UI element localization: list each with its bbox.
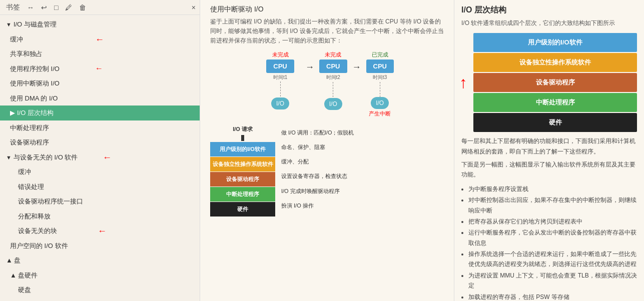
sidebar-item-buffer2[interactable]: 缓冲 [0, 164, 200, 180]
layer-user-right: 用户级别的I/O软件 [473, 33, 637, 52]
time-period-1: 未完成 CPU 时间t1 I/O [260, 51, 300, 110]
sidebar-item-allocation[interactable]: 分配和释放 [0, 209, 200, 224]
status-unfinished-2: 未完成 [325, 51, 341, 58]
toolbar-btn-2[interactable]: ↔ [25, 2, 36, 12]
toolbar-btn-3[interactable]: ↩ [39, 2, 49, 12]
sidebar-item-error-handling[interactable]: 错误处理 [0, 180, 200, 194]
main-content: 使用中断驱动 I/O 鉴于上面可编程 I/O 的缺陷，我们提出一种改善方案，我们… [200, 0, 454, 301]
time-label-3: 时间t3 [373, 74, 387, 81]
cpu-block-2: CPU [319, 60, 347, 73]
time-label-2: 时间t2 [326, 74, 340, 81]
red-arrow-3: ← [103, 151, 112, 164]
time-period-2: 未完成 CPU 时间t2 I/O [319, 51, 347, 110]
layer-interrupt-right: 中断处理程序 [473, 93, 637, 112]
sidebar-item-share-exclusive[interactable]: 共享和独占 [0, 46, 200, 62]
annotation-complete-driver: I/O 完成时唤醒驱动程序 [281, 187, 354, 196]
sidebar-item-device-block[interactable]: 设备无关的块 ← [0, 224, 200, 238]
up-arrow-icon: ↑ [459, 74, 467, 90]
right-panel: I/O 层次结构 I/O 软件通常组织成四个层次，它们的大致结构如下图所示 ↑ … [454, 0, 644, 301]
io-request-label: I/O 请求 [233, 126, 253, 133]
interrupt-section: I/O 产生中断 [369, 82, 391, 118]
sidebar-item-unified-interface[interactable]: 设备驱动程序统一接口 [0, 194, 200, 209]
bullet-list: 为中断服务程序设置栈 对中断控制器出出回应，如果不存在集中的中断控制器，则继续响… [461, 184, 637, 301]
sidebar-item-device-independent-section[interactable]: ▼与设备无关的 I/O 软件 ← [0, 150, 200, 165]
right-panel-desc: I/O 软件通常组织成四个层次，它们的大致结构如下图所示 [461, 18, 637, 28]
sidebar-item-interrupt-handler[interactable]: 中断处理程序 [0, 120, 200, 136]
layer-hardware-bottom: 硬件 [210, 202, 275, 216]
dashed-line-1 [280, 82, 281, 96]
sidebar: 书签 ↔ ↩ □ 🖉 🗑 × ▼I/O 与磁盘管理 缓冲 ← 共享和独占 使用程… [0, 0, 200, 301]
bullet-1: 为中断服务程序设置栈 [468, 184, 637, 194]
annotation-device-registers: 设置设备寄存器，检查状态 [281, 172, 354, 180]
annotation-actual-io: 扮演 I/O 操作 [281, 202, 354, 210]
bottom-diagram: I/O 请求 用户级别的I/O软件 设备独立性操作系统软件 设备驱动程序 中断处… [210, 126, 444, 217]
sidebar-item-buffer[interactable]: 缓冲 ← [0, 32, 200, 47]
down-arrow-line [241, 135, 244, 141]
layer-desc-2: 下面是另一幅图，这幅图显示了输入输出软件系统所有层及其主要功能。 [461, 160, 637, 180]
cpu-block-3: CPU [366, 60, 394, 73]
time-period-3: 已完成 CPU 时间t3 I/O 产生中断 [366, 51, 394, 118]
toolbar-btn-5[interactable]: 🖉 [63, 2, 74, 12]
layer-device-independent-right: 设备独立性操作系统软件 [473, 53, 637, 72]
sidebar-close-button[interactable]: × [192, 4, 196, 12]
sidebar-item-program-io[interactable]: 使用程序控制 I/O ← [0, 62, 200, 76]
layer-device-ind-bottom: 设备独立性操作系统软件 [210, 157, 275, 172]
bullet-5: 操作系统选择一个合适的进程来运行，如果中断造成了一些比先使优先级高的进程变为就绪… [468, 249, 637, 270]
status-finished: 已完成 [372, 51, 388, 58]
bullet-6: 为进程设置 MMU 上下文，可能也会查更 TLB，根据实际情况决定 [468, 270, 637, 291]
sidebar-item-io-hierarchy[interactable]: ▶I/O 层次结构 [0, 106, 200, 120]
toolbar-btn-6[interactable]: 🗑 [77, 2, 88, 12]
status-unfinished-1: 未完成 [272, 51, 289, 58]
section-desc: 鉴于上面可编程 I/O 的缺陷，我们提出一种改善方案，我们需要在 CPU 等待 … [210, 17, 444, 46]
time-label-1: 时间t1 [260, 74, 300, 80]
annotation-fake-io: 做 I/O 调用：匹配I/O；假脱机 [281, 128, 354, 137]
sidebar-item-interrupt-io[interactable]: 使用中断驱动 I/O [0, 76, 200, 91]
io-layer-stack: ↑ 用户级别的I/O软件 设备独立性操作系统软件 设备驱动程序 中断处理程序 硬… [473, 33, 637, 132]
bullet-4: 运行中断服务程序，它会从发出中断的设备控制器的寄存器中获取信息 [468, 228, 637, 248]
toolbar-btn-1[interactable]: 书签 [4, 2, 22, 13]
red-arrow-1: ← [95, 33, 104, 46]
io-block-3: I/O [371, 97, 389, 109]
layer-user-bottom: 用户级别的I/O软件 [210, 142, 275, 156]
sidebar-item-dma-io[interactable]: 使用 DMA 的 I/O [0, 91, 200, 106]
io-block-2: I/O [324, 98, 342, 110]
sidebar-item-user-space-io[interactable]: 用户空间的 I/O 软件 [0, 238, 200, 254]
sidebar-item-harddisk[interactable]: 硬盘 [0, 282, 200, 298]
annotations-col: 做 I/O 调用：匹配I/O；假脱机 命名、保护、阻塞 缓冲、分配 设置设备寄存… [281, 126, 354, 213]
io-block-1: I/O [271, 98, 289, 110]
sidebar-nav: ▼I/O 与磁盘管理 缓冲 ← 共享和独占 使用程序控制 I/O ← 使用中断驱… [0, 15, 200, 300]
sidebar-item-device-driver[interactable]: 设备驱动程序 [0, 135, 200, 150]
layer-driver-bottom: 设备驱动程序 [210, 172, 275, 186]
right-panel-title: I/O 层次结构 [461, 5, 637, 16]
toolbar-btn-4[interactable]: □ [52, 2, 60, 12]
sidebar-toolbar: 书签 ↔ ↩ □ 🖉 🗑 × [0, 0, 200, 15]
io-stack-layers: 用户级别的I/O软件 设备独立性操作系统软件 设备驱动程序 中断处理程序 硬件 [210, 142, 275, 217]
top-diagram-section: 使用中断驱动 I/O 鉴于上面可编程 I/O 的缺陷，我们提出一种改善方案，我们… [210, 5, 444, 118]
bottom-left-col: I/O 请求 用户级别的I/O软件 设备独立性操作系统软件 设备驱动程序 中断处… [210, 126, 275, 217]
generate-interrupt-label: 产生中断 [369, 110, 391, 118]
section-title: 使用中断驱动 I/O [210, 5, 444, 14]
annotation-naming: 命名、保护、阻塞 [281, 143, 354, 152]
bullet-7: 加载进程的寄存器，包括 PSW 等存储 [468, 292, 637, 301]
sidebar-item-io-top[interactable]: ▼I/O 与磁盘管理 [0, 17, 200, 32]
sidebar-item-disk-section[interactable]: ▲ 盘 [0, 253, 200, 268]
annotation-buffering: 缓冲、分配 [281, 158, 354, 166]
layer-hardware-right: 硬件 [473, 113, 637, 132]
red-arrow-4: ← [98, 224, 107, 238]
bullet-3: 把寄存器从保存它们的地方拷贝到进程表中 [468, 216, 637, 226]
bullet-2: 对中断控制器出出回应，如果不存在集中的中断控制器，则继续响应中断 [468, 195, 637, 216]
layer-desc-1: 每一层和其上下层都有明确的功能和接口，下面我们采用和计算机网络相反的套路，即自下… [461, 136, 637, 156]
red-arrow-2: ← [95, 62, 103, 74]
cpu-block-1: CPU [266, 60, 294, 73]
arrow-between-1-2: → [305, 62, 314, 72]
dashed-line-3 [380, 82, 380, 97]
layer-device-driver-right: 设备驱动程序 [473, 73, 637, 92]
sidebar-item-disk-hardware[interactable]: ▲ 盘硬件 [0, 268, 200, 283]
arrow-between-2-3: → [352, 62, 361, 72]
dashed-line-2 [333, 82, 333, 97]
layer-interrupt-bottom: 中断处理程序 [210, 187, 275, 202]
